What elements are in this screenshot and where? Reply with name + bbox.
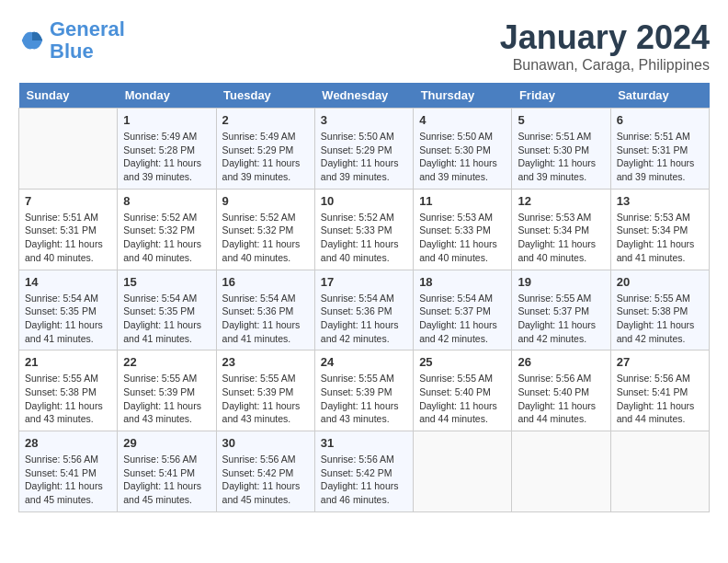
month-title: January 2024 [500,18,710,57]
calendar-cell: 22Sunrise: 5:55 AM Sunset: 5:39 PM Dayli… [118,350,216,431]
day-number: 29 [123,436,210,450]
calendar-cell: 29Sunrise: 5:56 AM Sunset: 5:41 PM Dayli… [118,431,216,512]
calendar-cell: 26Sunrise: 5:56 AM Sunset: 5:40 PM Dayli… [512,350,610,431]
day-info: Sunrise: 5:49 AM Sunset: 5:29 PM Dayligh… [222,130,309,184]
calendar-cell: 23Sunrise: 5:55 AM Sunset: 5:39 PM Dayli… [216,350,314,431]
day-info: Sunrise: 5:55 AM Sunset: 5:39 PM Dayligh… [222,372,309,426]
header-friday: Friday [512,83,610,109]
day-number: 5 [518,113,604,127]
day-number: 13 [617,194,703,208]
header-thursday: Thursday [414,83,512,109]
day-info: Sunrise: 5:55 AM Sunset: 5:39 PM Dayligh… [321,372,407,426]
calendar-cell: 13Sunrise: 5:53 AM Sunset: 5:34 PM Dayli… [610,189,709,270]
day-info: Sunrise: 5:52 AM Sunset: 5:32 PM Dayligh… [222,211,309,265]
calendar-cell: 19Sunrise: 5:55 AM Sunset: 5:37 PM Dayli… [512,270,610,350]
location-label: Bunawan, Caraga, Philippines [500,57,710,74]
calendar-week-row: 1Sunrise: 5:49 AM Sunset: 5:28 PM Daylig… [19,109,710,190]
day-info: Sunrise: 5:56 AM Sunset: 5:42 PM Dayligh… [222,453,309,507]
day-number: 9 [222,194,309,208]
day-number: 3 [321,113,407,127]
day-info: Sunrise: 5:54 AM Sunset: 5:35 PM Dayligh… [25,292,111,346]
day-number: 28 [25,436,111,450]
day-info: Sunrise: 5:55 AM Sunset: 5:40 PM Dayligh… [419,372,506,426]
calendar-cell [512,431,610,512]
calendar-cell: 5Sunrise: 5:51 AM Sunset: 5:30 PM Daylig… [512,109,610,190]
day-info: Sunrise: 5:52 AM Sunset: 5:32 PM Dayligh… [123,211,210,265]
header-tuesday: Tuesday [216,83,314,109]
day-number: 27 [617,355,703,369]
day-info: Sunrise: 5:51 AM Sunset: 5:30 PM Dayligh… [518,130,604,184]
day-number: 6 [617,113,703,127]
day-info: Sunrise: 5:56 AM Sunset: 5:41 PM Dayligh… [25,453,111,507]
header-wednesday: Wednesday [314,83,413,109]
day-info: Sunrise: 5:50 AM Sunset: 5:30 PM Dayligh… [419,130,506,184]
day-number: 18 [419,275,506,289]
calendar-cell: 30Sunrise: 5:56 AM Sunset: 5:42 PM Dayli… [216,431,314,512]
day-info: Sunrise: 5:49 AM Sunset: 5:28 PM Dayligh… [123,130,210,184]
day-number: 11 [419,194,506,208]
page-header: General Blue January 2024 Bunawan, Carag… [18,18,710,74]
day-info: Sunrise: 5:55 AM Sunset: 5:38 PM Dayligh… [25,372,111,426]
day-number: 16 [222,275,309,289]
calendar-cell: 9Sunrise: 5:52 AM Sunset: 5:32 PM Daylig… [216,189,314,270]
day-number: 17 [321,275,407,289]
calendar-cell: 1Sunrise: 5:49 AM Sunset: 5:28 PM Daylig… [118,109,216,190]
day-number: 22 [123,355,210,369]
day-number: 15 [123,275,210,289]
calendar-cell [610,431,709,512]
day-number: 2 [222,113,309,127]
day-info: Sunrise: 5:51 AM Sunset: 5:31 PM Dayligh… [25,211,111,265]
day-number: 8 [123,194,210,208]
day-number: 7 [25,194,111,208]
day-info: Sunrise: 5:55 AM Sunset: 5:38 PM Dayligh… [617,292,703,346]
calendar-cell: 14Sunrise: 5:54 AM Sunset: 5:35 PM Dayli… [19,270,118,350]
calendar-cell: 25Sunrise: 5:55 AM Sunset: 5:40 PM Dayli… [414,350,512,431]
day-number: 12 [518,194,604,208]
day-number: 24 [321,355,407,369]
logo-name: General Blue [50,18,125,63]
day-info: Sunrise: 5:56 AM Sunset: 5:40 PM Dayligh… [518,372,604,426]
calendar-cell: 7Sunrise: 5:51 AM Sunset: 5:31 PM Daylig… [19,189,118,270]
day-info: Sunrise: 5:51 AM Sunset: 5:31 PM Dayligh… [617,130,703,184]
day-number: 14 [25,275,111,289]
logo: General Blue [18,18,125,63]
calendar-cell: 21Sunrise: 5:55 AM Sunset: 5:38 PM Dayli… [19,350,118,431]
calendar-cell: 24Sunrise: 5:55 AM Sunset: 5:39 PM Dayli… [314,350,413,431]
calendar-cell: 2Sunrise: 5:49 AM Sunset: 5:29 PM Daylig… [216,109,314,190]
calendar-cell: 20Sunrise: 5:55 AM Sunset: 5:38 PM Dayli… [610,270,709,350]
day-info: Sunrise: 5:50 AM Sunset: 5:29 PM Dayligh… [321,130,407,184]
header-sunday: Sunday [19,83,118,109]
calendar-cell: 27Sunrise: 5:56 AM Sunset: 5:41 PM Dayli… [610,350,709,431]
day-info: Sunrise: 5:54 AM Sunset: 5:36 PM Dayligh… [321,292,407,346]
calendar-cell: 6Sunrise: 5:51 AM Sunset: 5:31 PM Daylig… [610,109,709,190]
calendar-cell: 16Sunrise: 5:54 AM Sunset: 5:36 PM Dayli… [216,270,314,350]
calendar-table: SundayMondayTuesdayWednesdayThursdayFrid… [18,83,710,512]
calendar-cell: 15Sunrise: 5:54 AM Sunset: 5:35 PM Dayli… [118,270,216,350]
day-info: Sunrise: 5:54 AM Sunset: 5:37 PM Dayligh… [419,292,506,346]
calendar-header-row: SundayMondayTuesdayWednesdayThursdayFrid… [19,83,710,109]
calendar-cell [19,109,118,190]
day-info: Sunrise: 5:53 AM Sunset: 5:34 PM Dayligh… [617,211,703,265]
calendar-cell [414,431,512,512]
day-info: Sunrise: 5:52 AM Sunset: 5:33 PM Dayligh… [321,211,407,265]
day-number: 30 [222,436,309,450]
day-info: Sunrise: 5:55 AM Sunset: 5:37 PM Dayligh… [518,292,604,346]
calendar-cell: 18Sunrise: 5:54 AM Sunset: 5:37 PM Dayli… [414,270,512,350]
day-info: Sunrise: 5:53 AM Sunset: 5:34 PM Dayligh… [518,211,604,265]
day-info: Sunrise: 5:56 AM Sunset: 5:41 PM Dayligh… [123,453,210,507]
calendar-week-row: 28Sunrise: 5:56 AM Sunset: 5:41 PM Dayli… [19,431,710,512]
day-info: Sunrise: 5:55 AM Sunset: 5:39 PM Dayligh… [123,372,210,426]
day-info: Sunrise: 5:54 AM Sunset: 5:35 PM Dayligh… [123,292,210,346]
calendar-cell: 4Sunrise: 5:50 AM Sunset: 5:30 PM Daylig… [414,109,512,190]
calendar-cell: 31Sunrise: 5:56 AM Sunset: 5:42 PM Dayli… [314,431,413,512]
day-info: Sunrise: 5:56 AM Sunset: 5:41 PM Dayligh… [617,372,703,426]
calendar-week-row: 7Sunrise: 5:51 AM Sunset: 5:31 PM Daylig… [19,189,710,270]
calendar-cell: 3Sunrise: 5:50 AM Sunset: 5:29 PM Daylig… [314,109,413,190]
day-number: 19 [518,275,604,289]
header-monday: Monday [118,83,216,109]
title-block: January 2024 Bunawan, Caraga, Philippine… [500,18,710,74]
calendar-cell: 17Sunrise: 5:54 AM Sunset: 5:36 PM Dayli… [314,270,413,350]
calendar-cell: 12Sunrise: 5:53 AM Sunset: 5:34 PM Dayli… [512,189,610,270]
day-info: Sunrise: 5:53 AM Sunset: 5:33 PM Dayligh… [419,211,506,265]
day-number: 23 [222,355,309,369]
